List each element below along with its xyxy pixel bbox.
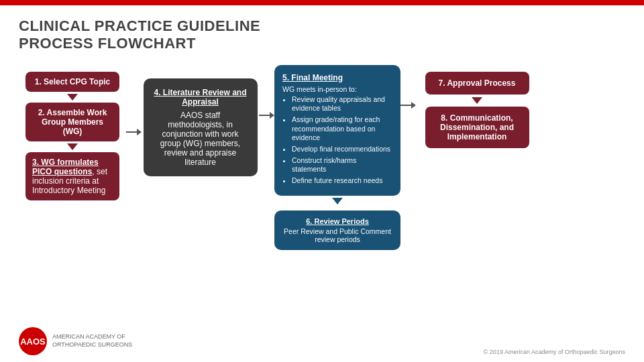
line-5-7 — [400, 105, 411, 106]
step4-box: 4. Literature Review and Appraisal AAOS … — [144, 78, 258, 176]
top-bar — [0, 0, 644, 5]
page-title: CLINICAL PRACTICE GUIDELINE PROCESS FLOW… — [19, 17, 625, 53]
logo-text: AAOS — [20, 337, 46, 347]
step7-box: 7. Approval Process — [425, 72, 529, 95]
arrowhead-5-7 — [411, 102, 416, 109]
bullet-1: Review quality appraisals and evidence t… — [292, 95, 392, 113]
middle-col: 4. Literature Review and Appraisal AAOS … — [142, 78, 259, 176]
main-content: CLINICAL PRACTICE GUIDELINE PROCESS FLOW… — [0, 5, 644, 362]
aaos-logo: AAOS AMERICAN ACADEMY OF ORTHOPAEDIC SUR… — [19, 327, 132, 355]
bullet-5: Define future research needs — [292, 176, 392, 186]
step3-underline: 3. WG formulates PICO questions — [32, 158, 99, 176]
step1-label: 1. Select CPG Topic — [35, 77, 110, 86]
step1-box: 1. Select CPG Topic — [25, 72, 119, 92]
arrow-down-1 — [67, 94, 78, 101]
copyright-text: © 2019 American Academy of Orthopaedic S… — [484, 349, 625, 355]
step5-box: 5. Final Meeting WG meets in-person to: … — [274, 65, 400, 196]
connector-left-mid — [126, 129, 142, 135]
connector-mid-5 — [259, 112, 274, 119]
title-line2: PROCESS FLOWCHART — [19, 35, 196, 52]
steps-5-6-col: 5. Final Meeting WG meets in-person to: … — [274, 65, 400, 250]
step5-bullets: Review quality appraisals and evidence t… — [282, 95, 392, 186]
step2-label: 2. Assemble Work Group Members (WG) — [38, 108, 107, 136]
arrowhead-mid-5 — [270, 112, 274, 119]
left-steps-col: 1. Select CPG Topic 2. Assemble Work Gro… — [19, 72, 126, 200]
bullet-3: Develop final recommendations — [292, 145, 392, 154]
flow-area: 1. Select CPG Topic 2. Assemble Work Gro… — [19, 65, 625, 323]
footer: AAOS AMERICAN ACADEMY OF ORTHOPAEDIC SUR… — [19, 323, 625, 355]
title-line1: CLINICAL PRACTICE GUIDELINE — [19, 17, 260, 34]
line-left-mid — [126, 131, 137, 133]
arrow-down-2 — [67, 143, 78, 150]
arrow-down-7-8 — [472, 97, 482, 104]
bullet-4: Construct risk/harms statements — [292, 156, 392, 174]
step6-body: Peer Review and Public Comment review pe… — [282, 227, 392, 243]
step7-label: 7. Approval Process — [439, 78, 516, 88]
step6-box: 6. Review Periods Peer Review and Public… — [274, 210, 400, 250]
step4-title: 4. Literature Review and Appraisal — [153, 88, 248, 107]
step6-title: 6. Review Periods — [282, 217, 392, 225]
aaos-org-name: AMERICAN ACADEMY OF ORTHOPAEDIC SURGEONS — [52, 333, 132, 349]
step8-box: 8. Communication, Dissemination, and Imp… — [425, 107, 529, 148]
title-section: CLINICAL PRACTICE GUIDELINE PROCESS FLOW… — [19, 17, 625, 53]
step4-body: AAOS staff methodologists, in conjunctio… — [153, 111, 248, 167]
step3-box: 3. WG formulates PICO questions, set inc… — [25, 152, 119, 200]
connector-5-7 — [400, 102, 416, 109]
step5-intro: WG meets in-person to: — [282, 85, 392, 93]
aaos-logo-circle: AAOS — [19, 327, 47, 355]
step5-title: 5. Final Meeting — [282, 73, 392, 82]
arrowhead-left-mid — [137, 129, 142, 135]
arrow-down-5-6 — [332, 198, 343, 204]
right-col: 7. Approval Process 8. Communication, Di… — [420, 72, 534, 148]
step2-box: 2. Assemble Work Group Members (WG) — [25, 103, 119, 141]
bullet-2: Assign grade/rating for each recommendat… — [292, 115, 392, 143]
line-mid-5 — [259, 115, 270, 116]
step8-label: 8. Communication, Dissemination, and Imp… — [440, 113, 514, 141]
